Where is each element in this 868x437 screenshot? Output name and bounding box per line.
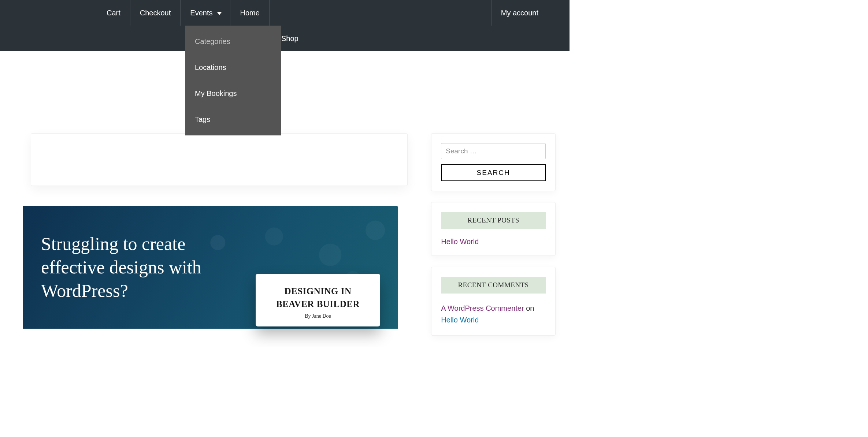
recent-posts-header: RECENT POSTS: [441, 212, 546, 229]
comment-post-link[interactable]: Hello World: [441, 316, 479, 324]
caret-down-icon: [217, 12, 222, 15]
nav-item-checkout[interactable]: Checkout: [130, 0, 181, 26]
recent-comments-header: RECENT COMMENTS: [441, 277, 546, 294]
events-dropdown: Categories Locations My Bookings Tags: [185, 26, 281, 135]
comment-author-link[interactable]: A WordPress Commenter: [441, 304, 524, 312]
nav-item-events-label: Events: [190, 9, 212, 17]
nav-item-events[interactable]: Events: [180, 0, 230, 26]
dropdown-item-categories[interactable]: Categories: [185, 29, 281, 55]
recent-comments-widget: RECENT COMMENTS A WordPress Commenter on…: [431, 267, 556, 336]
nav-spacer: [0, 0, 97, 26]
dropdown-item-tags[interactable]: Tags: [185, 107, 281, 132]
nav-item-cart[interactable]: Cart: [97, 0, 130, 26]
dropdown-item-locations[interactable]: Locations: [185, 55, 281, 81]
search-input[interactable]: [441, 143, 546, 159]
hero-book-card: DESIGNING IN BEAVER BUILDER By Jane Doe: [256, 274, 380, 326]
nav-right-group: My account: [491, 0, 548, 26]
nav-item-home[interactable]: Home: [230, 0, 269, 26]
recent-post-link[interactable]: Hello World: [441, 238, 479, 246]
content-card-placeholder: [31, 133, 408, 186]
nav-item-my-account[interactable]: My account: [491, 0, 548, 26]
hero-card-byline: By Jane Doe: [265, 313, 371, 319]
hero-card-title: DESIGNING IN BEAVER BUILDER: [265, 285, 371, 310]
search-widget: SEARCH: [431, 133, 556, 191]
nav-row-primary: Cart Checkout Events Home: [0, 0, 570, 26]
search-button[interactable]: SEARCH: [441, 164, 546, 181]
recent-comment-entry: A WordPress Commenter on Hello World: [441, 302, 546, 326]
hero-banner: Struggling to create effective designs w…: [23, 206, 398, 329]
dropdown-item-my-bookings[interactable]: My Bookings: [185, 81, 281, 107]
sidebar: SEARCH RECENT POSTS Hello World RECENT C…: [431, 51, 570, 347]
hero-title: Struggling to create effective designs w…: [41, 232, 224, 302]
page-body: Struggling to create effective designs w…: [0, 51, 570, 347]
comment-on-text: on: [524, 304, 534, 312]
recent-posts-widget: RECENT POSTS Hello World: [431, 202, 556, 256]
top-navigation: Cart Checkout Events Home My account Sho…: [0, 0, 570, 51]
